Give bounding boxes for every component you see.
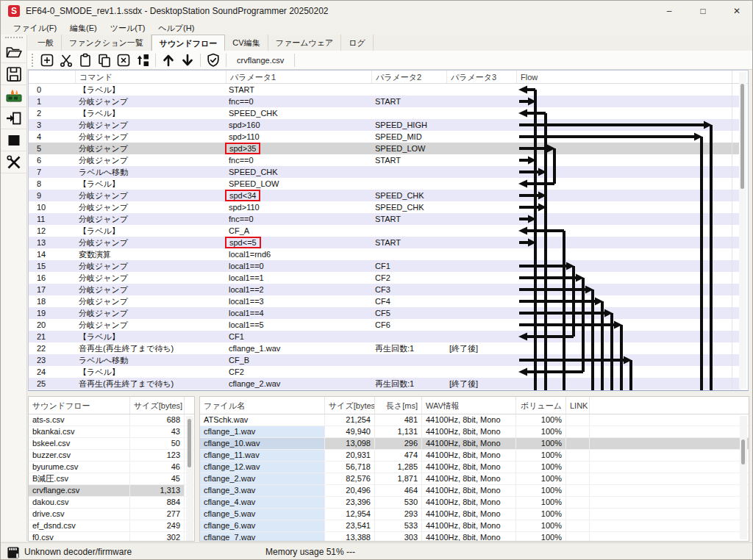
wav-file-row[interactable]: ATSchk.wav21,25448144100Hz, 8bit, Mono10… bbox=[200, 414, 749, 426]
sound-flow-file-row[interactable]: byurume.csv46 bbox=[29, 462, 194, 473]
scrollbar-thumb[interactable] bbox=[741, 439, 745, 464]
menu-help[interactable]: ヘルプ(H) bbox=[151, 21, 201, 35]
col-header-flow-size[interactable]: サイズ[bytes] bbox=[130, 397, 185, 414]
wav-file-row[interactable]: cflange_4.wav23,39653044100Hz, 8bit, Mon… bbox=[200, 497, 749, 509]
sound-flow-file-row[interactable]: ef_dsnd.csv249 bbox=[29, 520, 194, 532]
col-header-index[interactable] bbox=[29, 71, 75, 83]
copy-button[interactable] bbox=[95, 51, 114, 69]
tools-button[interactable] bbox=[1, 151, 27, 173]
validate-shield-icon bbox=[206, 53, 221, 68]
cell-command: 【ラベル】 bbox=[75, 331, 226, 342]
wav-file-row[interactable]: cflange_7.wav13,38830344100Hz, 8bit, Mon… bbox=[200, 532, 749, 542]
cell-param3 bbox=[446, 96, 516, 107]
cell-param2 bbox=[371, 354, 446, 366]
param1-text: SPEED_CHK bbox=[229, 168, 278, 176]
wav-file-row[interactable]: cflange_2.wav82,5761,87144100Hz, 8bit, M… bbox=[200, 473, 749, 485]
col-header-file-name[interactable]: ファイル名 bbox=[200, 397, 325, 414]
col-header-param1[interactable]: パラメータ1 bbox=[226, 71, 371, 83]
flow-table-scrollbar[interactable] bbox=[739, 72, 746, 389]
sound-flow-file-row[interactable]: ats-s.csv688 bbox=[29, 414, 194, 426]
wav-list-scrollbar[interactable] bbox=[740, 416, 747, 539]
sound-flow-file-row[interactable]: dakou.csv884 bbox=[29, 497, 194, 509]
menu-edit[interactable]: 編集(E) bbox=[63, 21, 104, 35]
close-button[interactable]: ✕ bbox=[720, 1, 753, 21]
cell-wav-size: 23,541 bbox=[325, 520, 375, 531]
scrollbar-thumb[interactable] bbox=[188, 419, 191, 467]
move-down-button[interactable] bbox=[178, 51, 197, 69]
col-header-flow[interactable]: Flow bbox=[516, 71, 732, 83]
sound-flow-file-row[interactable]: f0.csv302 bbox=[29, 532, 194, 542]
toolbar-drag-handle[interactable] bbox=[32, 54, 33, 67]
cell-link bbox=[566, 462, 590, 473]
cell-command: ラベルへ移動 bbox=[75, 390, 226, 391]
wav-file-row[interactable]: cflange_6.wav23,54153344100Hz, 8bit, Mon… bbox=[200, 520, 749, 532]
sound-flow-list-scrollbar[interactable] bbox=[186, 416, 193, 541]
wav-file-row[interactable]: cflange_12.wav56,7181,28544100Hz, 8bit, … bbox=[200, 462, 749, 473]
tab-general[interactable]: 一般 bbox=[30, 35, 62, 51]
cell-param3 bbox=[446, 319, 516, 331]
wav-file-row[interactable]: cflange_3.wav20,49646444100Hz, 8bit, Mon… bbox=[200, 485, 749, 497]
paste-button[interactable] bbox=[76, 51, 95, 69]
col-header-wav-info[interactable]: WAV情報 bbox=[422, 397, 516, 414]
tab-function-list[interactable]: ファンクション一覧 bbox=[62, 35, 151, 51]
save-button[interactable] bbox=[1, 63, 27, 85]
move-up-button[interactable] bbox=[159, 51, 178, 69]
tab-log[interactable]: ログ bbox=[341, 35, 374, 51]
open-file-button[interactable] bbox=[1, 41, 27, 63]
tab-firmware[interactable]: ファームウェア bbox=[268, 35, 342, 51]
cell-command: 【ラベル】 bbox=[75, 178, 226, 190]
cell-flow-size: 43 bbox=[130, 426, 185, 437]
cell-volume: 100% bbox=[516, 450, 566, 461]
cell-param1: SPEED_CHK bbox=[226, 166, 371, 178]
menu-file[interactable]: ファイル(F) bbox=[7, 21, 63, 35]
sidebar-drag-handle[interactable] bbox=[5, 37, 23, 38]
sound-flow-file-row[interactable]: crvflange.csv1,313 bbox=[29, 485, 194, 497]
cell-wav-size: 13,098 bbox=[325, 438, 375, 449]
scrollbar-thumb[interactable] bbox=[740, 84, 744, 189]
cell-param1: CF_A bbox=[226, 225, 371, 237]
add-row-button[interactable] bbox=[38, 51, 57, 69]
sound-flow-file-row[interactable]: buzzer.csv123 bbox=[29, 450, 194, 462]
cell-param2 bbox=[371, 107, 446, 119]
validate-button[interactable] bbox=[204, 51, 223, 69]
wav-file-row[interactable]: cflange_1.wav49,9401,13144100Hz, 8bit, M… bbox=[200, 426, 749, 438]
toolbar-separator bbox=[200, 54, 201, 67]
sound-flow-list-panel: サウンドフロー サイズ[bytes] ats-s.csv688bkankai.c… bbox=[28, 396, 195, 542]
minimize-button[interactable]: – bbox=[652, 1, 686, 21]
col-header-param3[interactable]: パラメータ3 bbox=[446, 71, 516, 83]
col-header-wav-size[interactable]: サイズ[bytes] bbox=[325, 397, 375, 414]
sound-flow-file-row[interactable]: B減圧.csv45 bbox=[29, 473, 194, 485]
param1-text: cflange_2.wav bbox=[229, 379, 280, 388]
cell-wav-size: 82,576 bbox=[325, 473, 375, 484]
cell-row-number: 8 bbox=[29, 178, 75, 190]
write-decoder-button[interactable] bbox=[1, 85, 27, 107]
sound-flow-file-row[interactable]: bkankai.csv43 bbox=[29, 426, 194, 438]
menu-tools[interactable]: ツール(T) bbox=[104, 21, 152, 35]
tab-sound-flow[interactable]: サウンドフロー bbox=[151, 35, 226, 51]
col-header-wav-length[interactable]: 長さ[ms] bbox=[375, 397, 422, 414]
cell-param2: START bbox=[371, 96, 446, 107]
cell-command: 分岐ジャンプ bbox=[75, 307, 226, 319]
col-header-link[interactable]: LINK bbox=[566, 397, 590, 414]
col-header-flow-name[interactable]: サウンドフロー bbox=[29, 397, 130, 414]
swap-rows-button[interactable] bbox=[133, 51, 152, 69]
import-button[interactable] bbox=[1, 107, 27, 129]
tab-cv-edit[interactable]: CV編集 bbox=[225, 35, 268, 51]
wav-file-row[interactable]: cflange_11.wav20,93147444100Hz, 8bit, Mo… bbox=[200, 450, 749, 462]
cut-button[interactable] bbox=[57, 51, 76, 69]
stop-button[interactable] bbox=[1, 129, 27, 151]
col-header-command[interactable]: コマンド bbox=[75, 71, 226, 83]
sound-flow-file-row[interactable]: bskeel.csv50 bbox=[29, 438, 194, 450]
cell-param3 bbox=[446, 190, 516, 201]
delete-row-button[interactable] bbox=[114, 51, 133, 69]
wav-file-row[interactable]: cflange_10.wav13,09829644100Hz, 8bit, Mo… bbox=[200, 438, 749, 450]
col-header-param2[interactable]: パラメータ2 bbox=[371, 71, 446, 83]
sound-flow-file-row[interactable]: drive.csv277 bbox=[29, 509, 194, 520]
cell-param2: CF1 bbox=[371, 260, 446, 272]
col-header-volume[interactable]: ボリューム bbox=[516, 397, 566, 414]
param1-text: CF_A bbox=[229, 226, 249, 235]
wav-file-row[interactable]: cflange_5.wav12,95429344100Hz, 8bit, Mon… bbox=[200, 509, 749, 520]
maximize-button[interactable]: □ bbox=[686, 1, 720, 21]
cell-link bbox=[566, 497, 590, 508]
cell-row-number: 20 bbox=[29, 319, 75, 331]
